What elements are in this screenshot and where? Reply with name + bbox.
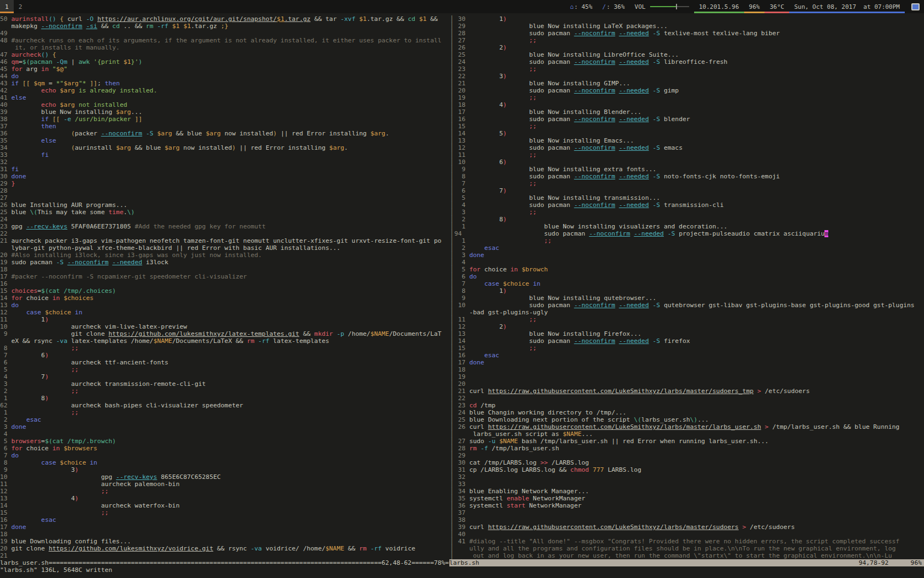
ip-address: 10.201.5.96 <box>699 3 739 10</box>
line-number: 33 <box>0 151 11 159</box>
line-number: 34 <box>454 488 469 495</box>
code-row: 46 qm=$(pacman -Qm | awk '{print $1}') <box>0 58 450 66</box>
date-value: Sun, Oct 08, 2017 at 07:00PM <box>794 3 900 10</box>
code-row: 34 blue Enabling Network Manager... <box>454 488 924 495</box>
line-number: 39 <box>454 524 469 531</box>
line-number: 36 <box>0 130 11 137</box>
line-number: 19 <box>0 259 11 266</box>
vim-window-left[interactable]: 50 aurinstall() { curl -O https://aur.ar… <box>0 15 450 559</box>
status-modules: ⌂: 45% /: 36% VOL 10.201.5.96 96% 36°C S… <box>565 0 924 13</box>
line-number: 26 <box>454 423 469 430</box>
code-row: 12 case $choice in <box>0 309 450 316</box>
code-row: 26 blue Installing AUR programs... <box>0 201 450 209</box>
active-ruler: 94,78-92 <box>859 559 888 566</box>
code-row: 5 ;; <box>0 366 450 373</box>
code-row: 6 do <box>454 273 924 280</box>
code-row: 19 ;; <box>454 94 924 101</box>
statusline-gap <box>889 559 911 566</box>
line-number: 21 <box>454 388 469 395</box>
line-number: 47 <box>0 51 11 58</box>
line-number: 8 <box>0 345 11 352</box>
code-row: 13 4) <box>0 495 450 502</box>
line-number: 37 <box>0 123 11 130</box>
code-row: 8 case $choice in <box>0 459 450 466</box>
code-row: 2 8) <box>454 216 924 223</box>
line-number: 6 <box>0 445 11 452</box>
code-row: 11 ;; <box>454 316 924 323</box>
line-number: 14 <box>454 337 469 345</box>
code-row: 94 sudo pacman --noconfirm --needed -S p… <box>454 230 924 237</box>
home-icon: ⌂ <box>570 3 574 10</box>
line-number: 17 <box>454 108 469 116</box>
line-number: 3 <box>454 209 469 216</box>
code-row: out and log back in as your new user, th… <box>454 552 924 559</box>
code-row: 24 blue Changin working directory to /tm… <box>454 409 924 416</box>
line-number: 16 <box>0 280 11 287</box>
line-number: 12 <box>0 488 11 495</box>
temperature-value: 36°C <box>769 3 784 10</box>
vim-window-right[interactable]: 30 1) 29 blue Now installing LaTeX packa… <box>454 15 924 559</box>
code-row: 4 sudo pacman --noconfirm --needed -S tr… <box>454 201 924 209</box>
code-row: 31 cp /LARBS.log LARBS.log && chmod 777 … <box>454 466 924 473</box>
line-number: 21 <box>0 552 11 559</box>
line-number: 1 <box>0 395 11 402</box>
line-number: 31 <box>0 166 11 173</box>
code-row: 5 for choice in $browch <box>454 266 924 273</box>
line-number: 40 <box>0 101 11 108</box>
line-number: 22 <box>454 395 469 402</box>
code-row: 30 cat /tmp/LARBS.log >> /LARBS.log <box>454 459 924 466</box>
code-row: 4 <box>454 259 924 266</box>
code-row: 5 browsers=$(cat /tmp/.browch) <box>0 438 450 445</box>
line-number <box>0 44 11 51</box>
code-row: 31 fi <box>0 166 450 173</box>
line-number: 20 <box>454 380 469 388</box>
code-row: 35 else <box>0 137 450 144</box>
code-row: 50 aurinstall() { curl -O https://aur.ar… <box>0 15 450 23</box>
line-number: 7 <box>0 452 11 459</box>
line-number: 20 <box>454 87 469 94</box>
code-row: 7 case $choice in <box>454 280 924 287</box>
code-row: 21 aurcheck packer i3-gaps vim-pathogen … <box>0 237 450 244</box>
line-number: 30 <box>454 15 469 23</box>
code-row: 16 esac <box>454 352 924 359</box>
code-row: 19 <box>454 373 924 380</box>
line-number: 26 <box>454 44 469 51</box>
line-number: 14 <box>0 502 11 509</box>
line-number: 45 <box>0 66 11 73</box>
line-number: 2 <box>454 244 469 252</box>
code-row: 21 curl https://raw.githubusercontent.co… <box>454 388 924 395</box>
workspace-button-2[interactable]: 2 <box>14 0 28 13</box>
code-row: 32 <box>454 473 924 481</box>
line-number: 46 <box>0 58 11 66</box>
code-row: lybar-git python-pywal xfce-theme-blackb… <box>0 244 450 252</box>
code-row: 27 <box>0 194 450 201</box>
line-number: 40 <box>454 531 469 538</box>
code-row: 18 <box>0 531 450 538</box>
code-row: 8 sudo pacman --noconfirm --needed -S no… <box>454 173 924 180</box>
line-number: 27 <box>454 37 469 44</box>
monitor-icon[interactable] <box>911 3 920 10</box>
code-row: 38 if [[ -e /usr/bin/packer ]] <box>0 116 450 123</box>
code-row: 18 <box>454 366 924 373</box>
code-row: 19 sudo pacman -S --noconfirm --needed i… <box>0 259 450 266</box>
code-row: 41 #dialog --title "All done!" --msgbox … <box>454 538 924 545</box>
volume-slider[interactable] <box>650 6 676 7</box>
workspace-button-1[interactable]: 1 <box>0 0 14 13</box>
line-number: 29 <box>454 452 469 459</box>
code-row: 22 3) <box>454 73 924 80</box>
line-number: 10 <box>454 302 469 309</box>
code-row: 37 then <box>0 123 450 130</box>
code-row: 33 <box>454 481 924 488</box>
line-number: 28 <box>454 445 469 452</box>
code-row: 40 <box>454 531 924 538</box>
active-scroll-percent: 96% <box>911 559 922 566</box>
line-number: 43 <box>0 80 11 87</box>
volume-module[interactable]: VOL <box>630 0 694 13</box>
line-number: 13 <box>454 330 469 337</box>
code-row: 27 ;; <box>454 37 924 44</box>
code-row: 42 echo $arg is already installed. <box>0 87 450 94</box>
disk-home-module: ⌂: 45% <box>565 0 597 13</box>
line-number: 11 <box>454 151 469 159</box>
code-row: 35 systemctl enable NetworkManager <box>454 495 924 502</box>
disk-root-module: /: 36% <box>597 0 630 13</box>
